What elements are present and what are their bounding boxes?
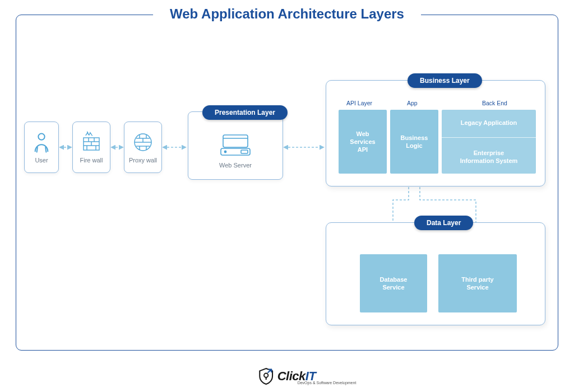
- web-services-api-box: Web Services API: [339, 110, 387, 174]
- svg-point-4: [38, 133, 44, 139]
- backend-box: Legacy Application Enterprise Informatio…: [442, 110, 536, 174]
- firewall-node: Fire wall: [72, 122, 110, 173]
- third-party-text: Third party Service: [461, 276, 493, 292]
- presentation-layer-pill: Presentation Layer: [202, 105, 288, 120]
- shield-icon: [258, 367, 274, 385]
- third-party-box: Third party Service: [438, 254, 517, 312]
- data-layer-container: Database Service Third party Service: [326, 222, 545, 325]
- server-icon: [220, 133, 251, 157]
- eis-text: Enterprise Information System: [460, 149, 518, 165]
- backend-divider: [442, 137, 536, 138]
- user-label: User: [35, 157, 48, 164]
- proxy-label: Proxy wall: [129, 157, 157, 164]
- legacy-app-text: Legacy Application: [461, 119, 517, 127]
- brand-tagline: DevOps & Software Development: [298, 381, 357, 385]
- proxy-icon: [132, 131, 154, 153]
- svg-rect-26: [241, 150, 248, 153]
- col-backend-label: Back End: [482, 100, 507, 106]
- brand-logo: ClickIT DevOps & Software Development: [258, 367, 316, 385]
- firewall-label: Fire wall: [80, 157, 103, 164]
- col-app-label: App: [407, 100, 418, 106]
- webserver-label: Web Server: [219, 162, 252, 169]
- presentation-layer-node: Web Server: [188, 111, 283, 180]
- page-title: Web Application Architecture Layers: [153, 6, 421, 22]
- business-logic-box: Business Logic: [390, 110, 438, 174]
- user-node: User: [24, 122, 59, 173]
- svg-rect-22: [223, 135, 248, 147]
- svg-point-25: [224, 151, 226, 152]
- business-logic-text: Business Logic: [401, 134, 428, 150]
- business-layer-pill: Business Layer: [408, 73, 482, 88]
- user-icon: [32, 131, 51, 153]
- svg-point-27: [264, 374, 268, 377]
- svg-rect-28: [266, 377, 267, 380]
- business-layer-container: API Layer App Back End Web Services API …: [326, 80, 545, 186]
- database-service-box: Database Service: [360, 254, 427, 312]
- web-services-api-text: Web Services API: [350, 130, 375, 154]
- diagram-frame: Web Application Architecture Layers: [16, 15, 558, 351]
- proxy-node: Proxy wall: [124, 122, 162, 173]
- firewall-icon: [80, 131, 103, 153]
- data-layer-pill: Data Layer: [414, 216, 473, 230]
- col-api-label: API Layer: [346, 100, 372, 106]
- database-service-text: Database Service: [380, 276, 408, 292]
